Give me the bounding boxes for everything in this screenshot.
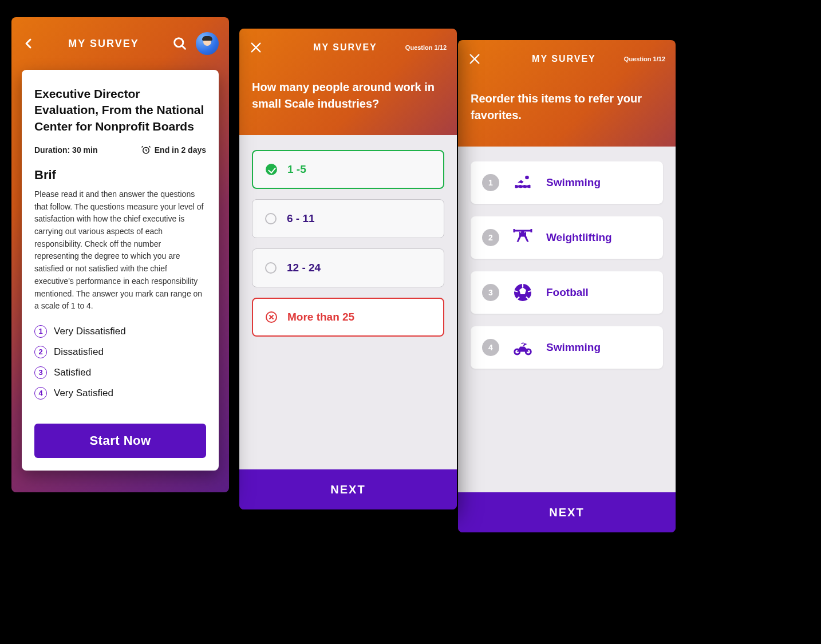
scale-label: Very Dissatisfied: [54, 326, 126, 337]
satisfaction-scale: 1 Very Dissatisfied 2 Dissatisfied 3 Sat…: [34, 325, 206, 400]
question-text: How many people around work in small Sca…: [239, 66, 457, 135]
item-label: Swimming: [546, 176, 601, 189]
check-circle-icon: [266, 164, 277, 175]
radio-icon: [265, 213, 277, 224]
options-list: 1 -5 6 - 11 12 - 24 More than 25: [239, 135, 457, 469]
next-button[interactable]: NEXT: [239, 469, 457, 509]
brief-heading: Brif: [34, 168, 206, 183]
survey-intro-card: Executive Director Evaluation, From the …: [22, 70, 219, 471]
reorder-item[interactable]: 2 Weightlifting: [471, 216, 663, 259]
weightlifting-icon: [512, 227, 534, 248]
survey-reorder-screen: MY SURVEY Question 1/12 Reorder this ite…: [458, 40, 676, 532]
radio-icon: [265, 262, 277, 274]
swimming-icon: [512, 172, 534, 193]
reorder-item[interactable]: 1 Swimming: [471, 161, 663, 204]
item-label: Weightlifting: [546, 231, 612, 244]
svg-rect-11: [531, 229, 532, 232]
answer-option[interactable]: More than 25: [252, 298, 444, 337]
survey-question-screen: MY SURVEY Question 1/12 How many people …: [239, 29, 457, 509]
item-label: Football: [546, 286, 589, 299]
close-icon: [468, 53, 481, 65]
back-button[interactable]: [22, 37, 35, 50]
svg-rect-9: [514, 230, 531, 232]
start-button[interactable]: Start Now: [34, 424, 206, 458]
close-icon: [250, 41, 262, 54]
motorcycle-icon: [512, 337, 534, 358]
rank-badge: 4: [482, 339, 499, 356]
scale-item: 2 Dissatisfied: [34, 346, 206, 358]
scale-number: 3: [34, 366, 47, 379]
search-icon: [172, 35, 188, 52]
close-button[interactable]: [468, 53, 481, 65]
answer-option[interactable]: 6 - 11: [252, 199, 444, 238]
header: MY SURVEY: [11, 17, 229, 70]
header-title: MY SURVEY: [35, 38, 172, 50]
search-button[interactable]: [172, 35, 188, 52]
answer-option[interactable]: 1 -5: [252, 150, 444, 189]
svg-line-1: [182, 46, 185, 49]
deadline-label: End in 2 days: [155, 145, 206, 155]
header: MY SURVEY Question 1/12: [458, 40, 676, 78]
option-label: 6 - 11: [287, 212, 315, 225]
question-counter: Question 1/12: [624, 56, 665, 62]
scale-number: 1: [34, 325, 47, 338]
scale-label: Satisfied: [54, 367, 91, 378]
question-counter: Question 1/12: [405, 44, 447, 51]
profile-avatar[interactable]: [196, 32, 219, 55]
reorder-list: 1 Swimming 2 Weightlifting 3 Football 4: [458, 147, 676, 492]
header-title: MY SURVEY: [262, 42, 405, 53]
alarm-clock-icon: [141, 145, 151, 155]
question-text: Reorder this items to refer your favorit…: [458, 78, 676, 147]
scale-item: 3 Satisfied: [34, 366, 206, 379]
rank-badge: 2: [482, 229, 499, 246]
rank-badge: 3: [482, 284, 499, 301]
option-label: 1 -5: [287, 163, 306, 176]
next-button[interactable]: NEXT: [458, 492, 676, 532]
header: MY SURVEY Question 1/12: [239, 29, 457, 66]
header-title: MY SURVEY: [481, 54, 624, 64]
football-icon: [512, 282, 534, 303]
item-label: Swimming: [546, 341, 601, 354]
svg-point-7: [525, 176, 529, 180]
deadline: End in 2 days: [141, 145, 206, 155]
scale-item: 4 Very Satisfied: [34, 387, 206, 400]
scale-number: 2: [34, 346, 47, 358]
scale-number: 4: [34, 387, 47, 400]
cross-circle-icon: [266, 311, 277, 323]
option-label: 12 - 24: [287, 262, 321, 274]
duration-label: Duration: 30 min: [34, 145, 97, 155]
chevron-left-icon: [22, 37, 35, 50]
scale-label: Dissatisfied: [54, 346, 104, 358]
option-label: More than 25: [287, 311, 354, 323]
survey-intro-screen: MY SURVEY Executive Director Evaluation,…: [11, 17, 229, 492]
reorder-item[interactable]: 4 Swimming: [471, 326, 663, 369]
survey-title: Executive Director Evaluation, From the …: [34, 86, 206, 135]
rank-badge: 1: [482, 174, 499, 191]
close-button[interactable]: [250, 41, 262, 54]
scale-label: Very Satisfied: [54, 388, 113, 399]
svg-rect-10: [514, 229, 515, 232]
survey-meta: Duration: 30 min End in 2 days: [34, 145, 206, 155]
scale-item: 1 Very Dissatisfied: [34, 325, 206, 338]
brief-text: Please read it and then answer the quest…: [34, 188, 206, 313]
reorder-item[interactable]: 3 Football: [471, 271, 663, 314]
answer-option[interactable]: 12 - 24: [252, 248, 444, 287]
